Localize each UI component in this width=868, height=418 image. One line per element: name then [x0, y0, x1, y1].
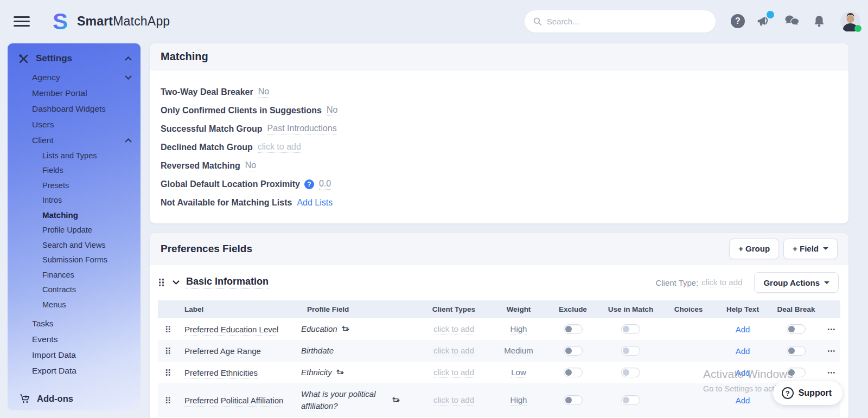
client-types-placeholder[interactable]: click to add [433, 395, 474, 406]
add-field-button[interactable]: + Field [783, 239, 838, 259]
add-group-button[interactable]: + Group [729, 239, 779, 259]
sidebar-item-profile-update[interactable]: Profile Update [8, 223, 141, 238]
top-bar: S SmartMatchApp ? [0, 0, 868, 42]
column-header-profile-field: Profile Field [301, 305, 416, 313]
sidebar-item-menus[interactable]: Menus [8, 297, 141, 312]
sidebar-item-matching-active[interactable]: Matching [8, 208, 141, 223]
sidebar-item-agency[interactable]: Agency [8, 69, 141, 85]
sidebar-item-client[interactable]: Client [8, 132, 141, 148]
setting-value-editable[interactable]: 0.0 [319, 179, 331, 190]
profile-field[interactable]: Education [301, 323, 416, 335]
section-title: Preferences Fields [161, 243, 252, 255]
matching-panel-header: Matching [150, 43, 848, 70]
add-lists-link[interactable]: Add Lists [297, 198, 333, 208]
drag-handle-icon[interactable] [158, 325, 178, 333]
sidebar-item-fields[interactable]: Fields [8, 163, 141, 178]
weight-value[interactable]: Medium [504, 346, 533, 356]
help-text-add-link[interactable]: Add [736, 325, 750, 334]
table-row: Preferred Education Level Education clic… [158, 318, 840, 340]
exclude-toggle[interactable] [564, 324, 583, 334]
user-avatar[interactable] [840, 11, 860, 31]
app-logo-icon: S [48, 9, 73, 34]
more-options-icon[interactable]: ••• [823, 348, 840, 354]
sidebar-item-tasks[interactable]: Tasks [8, 316, 141, 332]
help-text-add-link[interactable]: Add [736, 396, 750, 405]
hamburger-menu-icon[interactable] [14, 14, 30, 29]
profile-field[interactable]: Ethnicity [301, 366, 416, 378]
weight-value[interactable]: Low [511, 368, 526, 378]
repeat-icon [341, 325, 350, 333]
more-options-icon[interactable]: ••• [823, 326, 840, 332]
tools-icon [18, 54, 29, 64]
chevron-up-icon[interactable] [125, 56, 132, 61]
client-type-value[interactable]: click to add [701, 278, 742, 287]
sidebar-item-add-ons[interactable]: Add-ons [8, 386, 141, 409]
drag-handle-icon[interactable] [158, 396, 178, 404]
help-text-add-link[interactable]: Add [736, 368, 750, 377]
client-types-placeholder[interactable]: click to add [433, 346, 474, 356]
sidebar-item-import-data[interactable]: Import Data [8, 348, 141, 363]
exclude-toggle[interactable] [564, 395, 583, 405]
field-label[interactable]: Preferred Age Range [178, 346, 301, 356]
sidebar-item-settings[interactable]: Settings [8, 44, 141, 69]
sidebar-item-lists-and-types[interactable]: Lists and Types [8, 148, 141, 163]
setting-value-editable[interactable]: Past Introductions [267, 124, 337, 134]
use-in-match-toggle[interactable] [621, 368, 640, 377]
sidebar-item-dashboard-widgets[interactable]: Dashboard Widgets [8, 101, 141, 117]
setting-value-placeholder[interactable]: click to add [258, 142, 301, 153]
deal-break-toggle[interactable] [787, 346, 806, 356]
search-input[interactable] [547, 17, 707, 26]
help-text-add-link[interactable]: Add [736, 346, 750, 356]
use-in-match-toggle[interactable] [621, 395, 640, 405]
drag-handle-icon[interactable] [158, 347, 178, 355]
messages-icon[interactable] [784, 14, 800, 29]
weight-value[interactable]: High [510, 395, 527, 406]
help-icon[interactable]: ? [731, 14, 745, 28]
exclude-toggle[interactable] [564, 346, 583, 356]
sidebar-item-export-data[interactable]: Export Data [8, 363, 141, 379]
chevron-up-icon[interactable] [125, 138, 132, 143]
column-header-deal-break: Deal Break [769, 305, 823, 313]
sidebar-item-events[interactable]: Events [8, 332, 141, 348]
drag-handle-icon[interactable] [158, 369, 178, 376]
deal-break-toggle[interactable] [787, 368, 806, 377]
exclude-toggle[interactable] [564, 368, 583, 377]
sidebar-item-search-and-views[interactable]: Search and Views [8, 237, 141, 253]
setting-only-confirmed-clients: Only Confirmed Clients in Suggestions No [161, 101, 838, 120]
preferences-table: Label Profile Field Client Types Weight … [158, 300, 840, 417]
profile-field[interactable]: What is your political affiliation? [301, 388, 416, 412]
alerts-bell-icon[interactable] [812, 14, 826, 29]
field-label[interactable]: Preferred Ethnicities [178, 368, 301, 377]
field-label[interactable]: Preferred Education Level [178, 325, 301, 334]
use-in-match-toggle[interactable] [621, 324, 640, 334]
announcements-icon[interactable] [757, 14, 772, 29]
profile-field[interactable]: Birthdate [301, 345, 416, 357]
chevron-down-icon[interactable] [125, 75, 132, 80]
sidebar-item-presets[interactable]: Presets [8, 178, 141, 193]
search-bar[interactable] [525, 10, 716, 33]
app-brand[interactable]: S SmartMatchApp [48, 9, 170, 34]
sidebar-item-member-portal[interactable]: Member Portal [8, 85, 141, 101]
sidebar-item-users[interactable]: Users [8, 117, 141, 132]
group-actions-button[interactable]: Group Actions [754, 272, 839, 293]
sidebar-item-finances[interactable]: Finances [8, 267, 141, 282]
client-types-placeholder[interactable]: click to add [433, 368, 474, 378]
weight-value[interactable]: High [510, 324, 527, 335]
use-in-match-toggle[interactable] [621, 346, 640, 356]
setting-value-editable[interactable]: No [327, 105, 337, 116]
tooltip-help-icon[interactable]: ? [304, 179, 314, 189]
deal-break-toggle[interactable] [787, 324, 806, 334]
setting-value-editable[interactable]: No [258, 87, 269, 98]
sidebar-item-intros[interactable]: Intros [8, 193, 141, 208]
drag-handle-icon[interactable] [158, 278, 165, 287]
collapse-chevron-icon[interactable] [173, 280, 180, 285]
setting-value-editable[interactable]: No [245, 160, 256, 171]
support-button[interactable]: ? Support [773, 381, 843, 405]
field-label[interactable]: Preferred Political Affiliation [178, 396, 301, 405]
client-types-placeholder[interactable]: click to add [433, 324, 474, 335]
sidebar-item-submission-forms[interactable]: Submission Forms [8, 253, 141, 268]
sidebar-item-contracts[interactable]: Contracts [8, 282, 141, 298]
group-name[interactable]: Basic Information [186, 276, 269, 289]
more-options-icon[interactable]: ••• [823, 370, 840, 376]
online-status-dot [854, 25, 861, 32]
